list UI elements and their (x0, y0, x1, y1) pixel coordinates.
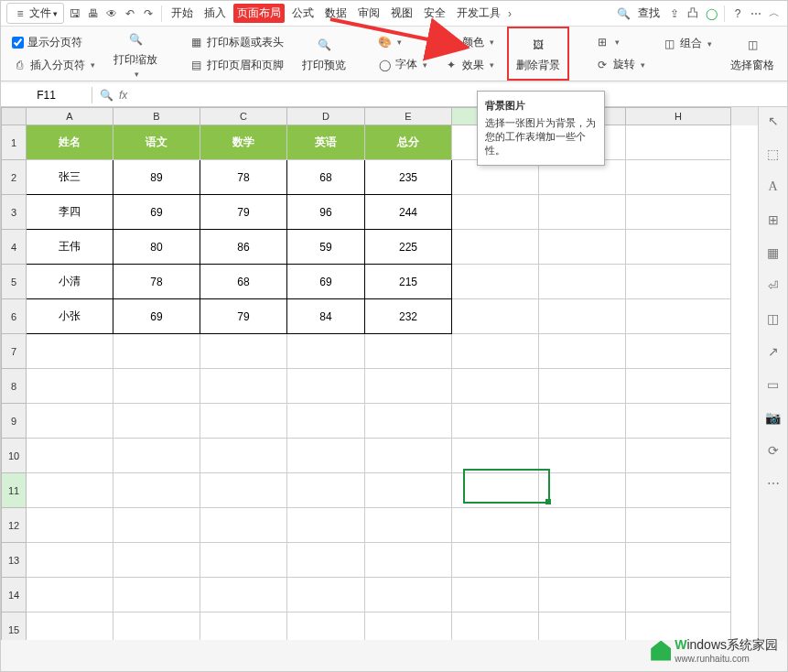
col-header-H[interactable]: H (626, 107, 731, 125)
help-icon[interactable]: ? (730, 6, 745, 21)
header-cell[interactable]: 语文 (113, 125, 200, 160)
print-title[interactable]: ▦打印标题或表头 (185, 33, 287, 52)
empty-cell[interactable] (452, 473, 539, 508)
group[interactable]: ◫组合 (658, 34, 716, 53)
insert-page-break[interactable]: ⎙插入分页符 (8, 56, 99, 75)
empty-cell[interactable] (27, 578, 113, 612)
empty-cell[interactable] (287, 473, 365, 508)
row-header[interactable]: 13 (1, 543, 27, 578)
data-cell[interactable]: 235 (365, 160, 452, 195)
col-header-E[interactable]: E (365, 107, 452, 125)
empty-cell[interactable] (452, 195, 539, 230)
overflow-icon[interactable]: › (508, 7, 512, 20)
row-header[interactable]: 3 (1, 195, 27, 230)
cancel-icon[interactable]: 🔍 (100, 89, 113, 102)
empty-cell[interactable] (27, 334, 113, 369)
more-tools-icon[interactable]: ⋯ (765, 475, 782, 492)
empty-cell[interactable] (452, 543, 539, 578)
empty-cell[interactable] (200, 578, 287, 612)
empty-cell[interactable] (365, 612, 452, 640)
tab-security[interactable]: 安全 (420, 4, 449, 23)
empty-cell[interactable] (626, 334, 731, 369)
empty-cell[interactable] (27, 543, 113, 578)
data-cell[interactable]: 89 (113, 160, 200, 195)
empty-cell[interactable] (539, 265, 626, 299)
empty-cell[interactable] (626, 508, 731, 543)
data-cell[interactable]: 小张 (27, 299, 113, 334)
empty-cell[interactable] (27, 508, 113, 543)
cursor-tool-icon[interactable]: ↖ (765, 113, 782, 129)
data-cell[interactable]: 68 (200, 265, 287, 299)
empty-cell[interactable] (626, 543, 731, 578)
delete-background[interactable]: 🖼 删除背景 (511, 30, 566, 77)
empty-cell[interactable] (452, 508, 539, 543)
text-tool-icon[interactable]: A (765, 179, 782, 195)
fx-label[interactable]: fx (119, 89, 127, 102)
empty-cell[interactable] (452, 230, 539, 265)
data-cell[interactable]: 225 (365, 230, 452, 265)
col-header-B[interactable]: B (113, 107, 200, 125)
empty-cell[interactable] (365, 473, 452, 508)
empty-cell[interactable] (626, 404, 731, 439)
data-cell[interactable]: 244 (365, 195, 452, 230)
data-cell[interactable]: 小清 (27, 265, 113, 299)
data-cell[interactable]: 96 (287, 195, 365, 230)
empty-cell[interactable] (626, 369, 731, 404)
name-box[interactable]: F11 (1, 87, 92, 103)
collab-icon[interactable]: 凸 (685, 6, 700, 21)
empty-cell[interactable] (200, 404, 287, 439)
empty-cell[interactable] (200, 369, 287, 404)
redo-icon[interactable]: ↷ (141, 6, 156, 21)
data-cell[interactable]: 张三 (27, 160, 113, 195)
empty-cell[interactable] (200, 439, 287, 473)
empty-cell[interactable] (539, 612, 626, 640)
empty-cell[interactable] (27, 612, 113, 640)
empty-cell[interactable] (287, 612, 365, 640)
show-page-break[interactable]: 显示分页符 (8, 33, 99, 52)
empty-cell[interactable] (539, 508, 626, 543)
empty-cell[interactable] (113, 439, 200, 473)
empty-cell[interactable] (452, 334, 539, 369)
data-cell[interactable]: 59 (287, 230, 365, 265)
empty-cell[interactable] (626, 612, 731, 640)
row-header[interactable]: 9 (1, 404, 27, 439)
row-header[interactable]: 6 (1, 299, 27, 334)
theme[interactable]: 🎨主题 (373, 33, 431, 51)
row-header[interactable]: 11 (1, 473, 27, 508)
empty-cell[interactable] (539, 473, 626, 508)
empty-cell[interactable] (626, 160, 731, 195)
row-header[interactable]: 14 (1, 578, 27, 612)
tab-devtools[interactable]: 开发工具 (453, 4, 504, 23)
data-cell[interactable]: 84 (287, 299, 365, 334)
row-header[interactable]: 12 (1, 508, 27, 543)
show-page-break-check[interactable] (12, 37, 24, 49)
tab-review[interactable]: 审阅 (354, 4, 383, 23)
select-all-corner[interactable] (1, 107, 27, 125)
print-zoom[interactable]: 🔍 打印缩放 (108, 25, 163, 82)
tab-data[interactable]: 数据 (321, 4, 351, 23)
print-preview[interactable]: 🔍 打印预览 (297, 30, 351, 77)
empty-cell[interactable] (539, 195, 626, 230)
empty-cell[interactable] (200, 334, 287, 369)
empty-cell[interactable] (626, 195, 731, 230)
empty-cell[interactable] (287, 369, 365, 404)
empty-cell[interactable] (365, 334, 452, 369)
export-icon[interactable]: ↗ (765, 343, 782, 360)
empty-cell[interactable] (200, 543, 287, 578)
empty-cell[interactable] (365, 439, 452, 473)
empty-cell[interactable] (27, 473, 113, 508)
empty-cell[interactable] (539, 543, 626, 578)
rotate[interactable]: ⟳旋转 (591, 55, 649, 74)
tab-insert[interactable]: 插入 (200, 4, 230, 23)
undo-icon[interactable]: ↶ (123, 6, 137, 21)
data-cell[interactable]: 80 (113, 230, 200, 265)
preview-icon[interactable]: 👁 (104, 6, 119, 21)
data-cell[interactable]: 78 (113, 265, 200, 299)
data-cell[interactable]: 78 (200, 160, 287, 195)
tab-view[interactable]: 视图 (387, 4, 416, 23)
empty-cell[interactable] (539, 578, 626, 612)
row-header-1[interactable]: 1 (1, 125, 27, 160)
empty-cell[interactable] (365, 578, 452, 612)
empty-cell[interactable] (113, 369, 200, 404)
data-cell[interactable]: 79 (200, 299, 287, 334)
